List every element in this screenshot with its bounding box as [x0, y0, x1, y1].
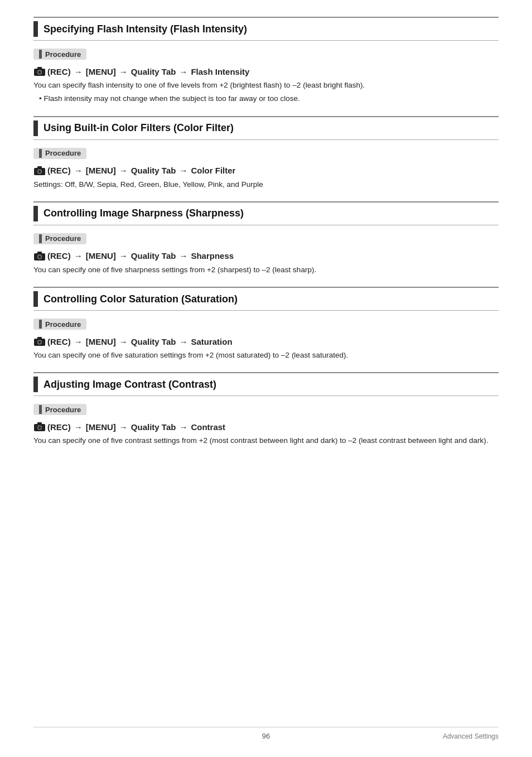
procedure-label-saturation: Procedure — [45, 320, 81, 329]
svg-rect-17 — [37, 422, 42, 425]
path-part-2: Quality Tab — [131, 251, 176, 261]
camera-svg — [33, 66, 46, 76]
svg-point-11 — [38, 255, 41, 258]
procedure-badge-color-filter: Procedure — [33, 148, 86, 159]
path-part-3: Color Filter — [191, 166, 235, 175]
body-text-color-filter-0: Settings: Off, B/W, Sepia, Red, Green, B… — [33, 179, 499, 190]
camera-icon — [33, 336, 46, 346]
path-part-1: [MENU] — [86, 67, 116, 76]
camera-svg — [33, 422, 46, 432]
section-sharpness: Controlling Image Sharpness (Sharpness)P… — [33, 201, 499, 276]
svg-point-3 — [38, 71, 41, 74]
path-part-rec: (REC) — [47, 422, 71, 432]
section-title-bar — [33, 120, 38, 136]
svg-rect-9 — [37, 252, 42, 254]
svg-point-19 — [38, 426, 41, 429]
path-part-3: Flash Intensity — [191, 67, 249, 76]
page-number: 96 — [262, 732, 270, 740]
svg-point-15 — [38, 341, 41, 344]
camera-icon — [33, 251, 46, 261]
path-arrow: → — [179, 251, 187, 261]
path-arrow: → — [119, 166, 128, 175]
section-color-filter: Using Built-in Color Filters (Color Filt… — [33, 116, 499, 190]
path-part-rec: (REC) — [47, 251, 71, 261]
svg-rect-13 — [37, 337, 42, 340]
path-part-3: Saturation — [191, 337, 232, 346]
camera-svg — [33, 336, 46, 346]
path-arrow: → — [179, 337, 187, 346]
procedure-bar-icon — [39, 50, 42, 59]
section-flash-intensity: Specifying Flash Intensity (Flash Intens… — [33, 17, 499, 105]
procedure-badge-contrast: Procedure — [33, 404, 86, 415]
section-title-flash-intensity: Specifying Flash Intensity (Flash Intens… — [33, 17, 499, 41]
path-part-2: Quality Tab — [131, 422, 176, 432]
path-arrow: → — [119, 422, 128, 432]
camera-icon — [33, 166, 46, 176]
path-line-color-filter: (REC)→[MENU]→Quality Tab→Color Filter — [33, 166, 499, 176]
path-part-1: [MENU] — [86, 422, 116, 432]
path-part-rec: (REC) — [47, 337, 71, 346]
path-line-contrast: (REC)→[MENU]→Quality Tab→Contrast — [33, 422, 499, 432]
procedure-bar-icon — [39, 405, 42, 414]
path-arrow: → — [74, 67, 83, 76]
procedure-badge-saturation: Procedure — [33, 319, 86, 330]
page-footer: 96 Advanced Settings — [33, 727, 499, 740]
camera-icon — [33, 422, 46, 432]
path-arrow: → — [119, 251, 128, 261]
section-title-bar — [33, 377, 38, 392]
section-saturation: Controlling Color Saturation (Saturation… — [33, 287, 499, 361]
path-part-rec: (REC) — [47, 67, 71, 76]
section-title-bar — [33, 21, 38, 37]
path-arrow: → — [74, 251, 83, 261]
path-line-flash-intensity: (REC)→[MENU]→Quality Tab→Flash Intensity — [33, 66, 499, 76]
path-arrow: → — [74, 422, 83, 432]
path-line-sharpness: (REC)→[MENU]→Quality Tab→Sharpness — [33, 251, 499, 261]
procedure-label-color-filter: Procedure — [45, 149, 81, 157]
path-arrow: → — [119, 67, 128, 76]
path-part-rec: (REC) — [47, 166, 71, 175]
procedure-badge-flash-intensity: Procedure — [33, 49, 86, 60]
path-part-3: Contrast — [191, 422, 225, 432]
procedure-badge-sharpness: Procedure — [33, 233, 86, 244]
path-part-1: [MENU] — [86, 251, 116, 261]
section-heading-contrast: Adjusting Image Contrast (Contrast) — [43, 379, 216, 390]
path-arrow: → — [179, 422, 187, 432]
procedure-label-contrast: Procedure — [45, 406, 81, 414]
section-title-contrast: Adjusting Image Contrast (Contrast) — [33, 372, 499, 396]
path-part-2: Quality Tab — [131, 166, 176, 175]
body-text-saturation-0: You can specify one of five saturation s… — [33, 350, 499, 361]
procedure-label-sharpness: Procedure — [45, 234, 81, 243]
procedure-bar-icon — [39, 320, 42, 329]
path-arrow: → — [179, 67, 187, 76]
path-part-2: Quality Tab — [131, 337, 176, 346]
section-heading-color-filter: Using Built-in Color Filters (Color Filt… — [43, 122, 234, 134]
path-arrow: → — [179, 166, 187, 175]
section-heading-flash-intensity: Specifying Flash Intensity (Flash Intens… — [43, 23, 247, 35]
camera-svg — [33, 166, 46, 176]
body-text-contrast-0: You can specify one of five contrast set… — [33, 435, 499, 446]
path-arrow: → — [74, 337, 83, 346]
section-heading-sharpness: Controlling Image Sharpness (Sharpness) — [43, 208, 244, 219]
bullet-text-flash-intensity-1: • Flash intensity may not change when th… — [39, 93, 499, 104]
procedure-bar-icon — [39, 149, 42, 158]
svg-rect-5 — [37, 166, 42, 169]
section-title-bar — [33, 206, 38, 221]
path-arrow: → — [74, 166, 83, 175]
path-part-1: [MENU] — [86, 337, 116, 346]
body-text-sharpness-0: You can specify one of five sharpness se… — [33, 264, 499, 276]
section-label: Advanced Settings — [443, 732, 499, 740]
section-title-bar — [33, 291, 38, 307]
path-arrow: → — [119, 337, 128, 346]
section-title-sharpness: Controlling Image Sharpness (Sharpness) — [33, 201, 499, 225]
camera-icon — [33, 66, 46, 76]
path-line-saturation: (REC)→[MENU]→Quality Tab→Saturation — [33, 336, 499, 346]
path-part-1: [MENU] — [86, 166, 116, 175]
body-text-flash-intensity-0: You can specify flash intensity to one o… — [33, 80, 499, 91]
svg-rect-1 — [37, 67, 42, 70]
camera-svg — [33, 251, 46, 261]
section-title-color-filter: Using Built-in Color Filters (Color Filt… — [33, 116, 499, 140]
path-part-2: Quality Tab — [131, 67, 176, 76]
procedure-bar-icon — [39, 234, 42, 243]
path-part-3: Sharpness — [191, 251, 234, 261]
section-contrast: Adjusting Image Contrast (Contrast)Proce… — [33, 372, 499, 446]
